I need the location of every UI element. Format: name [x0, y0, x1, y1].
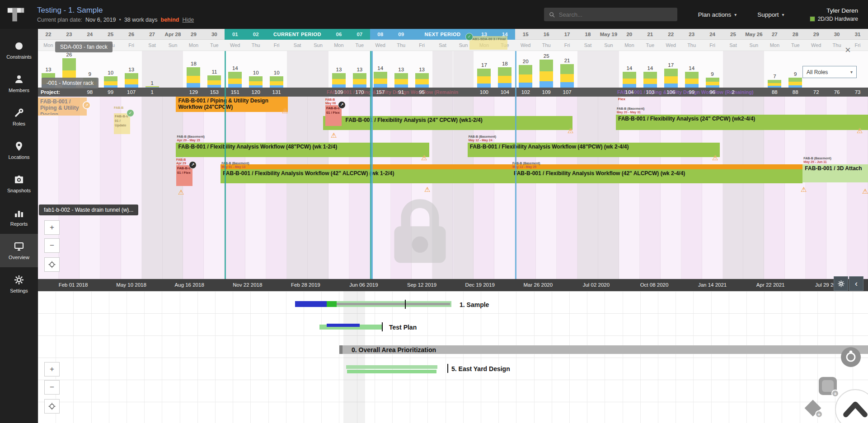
date-cell[interactable]: 29	[183, 29, 204, 40]
histogram-bar[interactable]	[187, 67, 200, 88]
gantt-bar[interactable]	[295, 301, 331, 307]
sidebar-item-snapshots[interactable]: Snapshots	[0, 167, 38, 200]
histogram-bar[interactable]	[415, 73, 429, 88]
date-cell[interactable]: 06	[328, 29, 349, 40]
app-logo[interactable]	[5, 4, 26, 25]
date-cell[interactable]: May 19	[598, 29, 619, 40]
histogram-bar[interactable]	[706, 78, 719, 88]
date-cell[interactable]: 20	[619, 29, 640, 40]
date-cell[interactable]: 23	[59, 29, 80, 40]
date-cell[interactable]: 24	[80, 29, 100, 40]
histogram-bar[interactable]	[519, 65, 532, 88]
gantt-bar[interactable]	[346, 365, 437, 369]
task-bar-flex-42alcpcw-wk2[interactable]: FAB-B-001 / Flexibility Analysis Workflo…	[511, 169, 802, 183]
zoom-out-button[interactable]: −	[44, 238, 60, 253]
date-cell[interactable]: 17	[557, 29, 577, 40]
sidebar-item-overview[interactable]: Overview	[0, 234, 38, 267]
sidebar-item-settings[interactable]: Settings	[0, 267, 38, 301]
gantt-bar[interactable]	[347, 370, 436, 373]
histogram-bar[interactable]	[374, 72, 387, 88]
workspace-switcher[interactable]: 2D/3D Hardware	[810, 16, 858, 22]
date-cell[interactable]: 29	[806, 29, 826, 40]
date-cell[interactable]: 15	[515, 29, 536, 40]
date-cell[interactable]: 08	[370, 29, 391, 40]
user-block[interactable]: Tyler Deren 2D/3D Hardware	[810, 7, 858, 22]
task-bar-flex-48pcw-wk2[interactable]: FAB-B-001 / Flexibility Analysis Workflo…	[468, 143, 720, 157]
zoom-in-button[interactable]: +	[44, 220, 60, 235]
date-cell[interactable]: 30	[826, 29, 847, 40]
roles-filter-select[interactable]: All Roles ▾	[802, 66, 857, 78]
histogram-bar[interactable]	[685, 72, 699, 88]
date-cell[interactable]: 27	[764, 29, 785, 40]
histogram-bar[interactable]	[477, 69, 491, 88]
date-cell[interactable]: 26	[121, 29, 142, 40]
search-input[interactable]	[559, 11, 673, 18]
add-diamond-badge[interactable]: +	[815, 410, 823, 418]
date-cell[interactable]: 22	[38, 29, 59, 40]
milestone-card-final-milestone[interactable]: FAB1-SDA-00 3 / Final✓	[469, 36, 507, 50]
hide-link[interactable]: Hide	[183, 17, 194, 23]
date-cell[interactable]: 07	[349, 29, 370, 40]
milestone-card-flex-milestone-1[interactable]: FAB-B-0 01 / FlexFAB-BMay 06↗	[325, 105, 342, 126]
histogram-bar[interactable]	[498, 67, 511, 88]
date-cell[interactable]: 23	[681, 29, 702, 40]
date-cell[interactable]: 16	[536, 29, 557, 40]
support-menu[interactable]: Support ▾	[757, 11, 784, 18]
histogram-bar[interactable]	[228, 72, 242, 88]
milestone-card-update-milestone[interactable]: FAB-B-0 01 / UpdateFAB-B✓	[114, 113, 130, 134]
orbit-view-button[interactable]	[840, 346, 862, 368]
date-cell[interactable]: 02	[245, 29, 266, 40]
gantt-bar[interactable]	[327, 301, 337, 307]
task-bar-flex-24cpcw-wk1[interactable]: FAB-B-001 / Flexibility Analysis (24" CP…	[323, 116, 572, 130]
histogram-bar[interactable]	[540, 60, 553, 88]
sidebar-item-reports[interactable]: Reports	[0, 200, 38, 234]
date-cell[interactable]: Apr 28	[163, 29, 183, 40]
timeline-collapse-button[interactable]: ‹	[849, 276, 863, 291]
timeline-scrubber[interactable]: ‹ Feb 01 2018May 10 2018Aug 16 2018Nov 2…	[38, 279, 868, 291]
histogram-bar[interactable]	[270, 76, 283, 88]
date-cell[interactable]: 09	[391, 29, 412, 40]
histogram-bar[interactable]	[664, 69, 678, 88]
histogram-bar[interactable]	[125, 73, 138, 88]
histogram-bar[interactable]	[643, 72, 657, 88]
sidebar-item-locations[interactable]: Locations	[0, 134, 38, 167]
task-bar-flex-48pcw-wk1[interactable]: FAB-B-001 / Flexibility Analysis Workflo…	[176, 143, 429, 157]
zoom-in-button[interactable]: +	[44, 362, 60, 377]
histogram-bar[interactable]	[394, 73, 408, 88]
date-cell[interactable]: May 26	[743, 29, 764, 40]
task-bar-flex-42alcpcw-wk1[interactable]: FAB-B-001 / Flexibility Analysis Workflo…	[221, 169, 511, 183]
task-bar-piping-24cpcw[interactable]: FAB-B-001 / Piping & Utility Design Work…	[176, 97, 288, 112]
search-box[interactable]	[544, 8, 677, 21]
task-bar-3d-attach[interactable]: FAB-B-001 / 3D AttachFAB-B (Basement)May…	[802, 164, 868, 182]
date-cell[interactable]: 24	[702, 29, 723, 40]
histogram-bar[interactable]	[104, 76, 117, 88]
zoom-fit-button[interactable]	[44, 257, 60, 272]
task-bar-flex-24cpcw-wk2[interactable]: FAB-B-001 / Flexibility Analysis (24" CP…	[616, 115, 868, 130]
sidebar-item-roles[interactable]: Roles	[0, 100, 38, 134]
histogram-bar[interactable]	[249, 76, 263, 88]
histogram-bar[interactable]	[332, 73, 346, 88]
close-button[interactable]: ×	[845, 45, 851, 55]
date-cell[interactable]: 27	[142, 29, 163, 40]
expand-view-button[interactable]	[835, 389, 868, 423]
date-cell[interactable]: 22	[661, 29, 681, 40]
histogram-bar[interactable]	[560, 64, 574, 88]
date-cell[interactable]: 01	[225, 29, 245, 40]
sidebar-item-members[interactable]: Members	[0, 67, 38, 100]
histogram-bar[interactable]	[353, 73, 366, 88]
date-cell[interactable]: 18	[577, 29, 598, 40]
zoom-fit-button[interactable]	[44, 399, 60, 414]
histogram-bar[interactable]	[623, 72, 636, 88]
milestone-card-flex-ghost[interactable]: Flex	[618, 97, 632, 103]
histogram-bar[interactable]	[788, 78, 802, 88]
date-cell[interactable]: 25	[723, 29, 744, 40]
gantt-bar[interactable]	[327, 324, 360, 327]
diamond-view-button[interactable]: +	[805, 400, 821, 416]
sidebar-item-constraints[interactable]: Constraints	[0, 33, 38, 67]
milestone-card-flex-milestone-2[interactable]: FAB-B-0 01 / FlexFAB-BApr 29↗	[176, 165, 192, 186]
date-cell[interactable]: 28	[785, 29, 806, 40]
date-cell[interactable]: 25	[100, 29, 121, 40]
date-cell[interactable]: 21	[640, 29, 661, 40]
task-bar-piping-remaining-strip[interactable]	[221, 164, 868, 169]
histogram-bar[interactable]	[207, 75, 221, 88]
